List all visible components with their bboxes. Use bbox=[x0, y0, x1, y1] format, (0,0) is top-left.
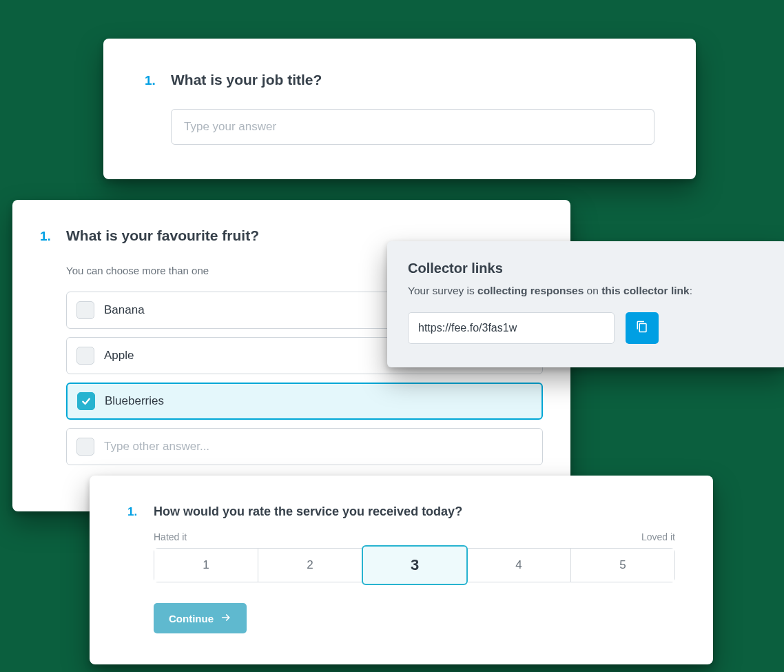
rating-cell[interactable]: 5 bbox=[571, 549, 674, 582]
copy-icon bbox=[636, 320, 648, 335]
choice-label: Blueberries bbox=[105, 394, 164, 408]
collector-subtitle: Your survey is collecting responses on t… bbox=[408, 283, 766, 298]
rating-cell[interactable]: 4 bbox=[467, 549, 571, 582]
scale-low-label: Hated it bbox=[154, 531, 187, 542]
collector-url-box[interactable]: https://fee.fo/3fas1w bbox=[408, 312, 615, 344]
checkbox-icon bbox=[76, 438, 94, 456]
choice-label: Apple bbox=[104, 349, 134, 363]
rating-cell[interactable]: 2 bbox=[258, 549, 362, 582]
question-text: How would you rate the service you recei… bbox=[154, 505, 462, 519]
rating-cell[interactable]: 1 bbox=[154, 549, 258, 582]
question-header: 1. How would you rate the service you re… bbox=[127, 505, 675, 519]
collector-sub-strong: collecting responses bbox=[477, 285, 584, 296]
question-text: What is your job title? bbox=[171, 72, 322, 88]
question-number: 1. bbox=[127, 505, 147, 519]
choice-label: Banana bbox=[104, 303, 145, 317]
scale-high-label: Loved it bbox=[641, 531, 675, 542]
question-card-rating: 1. How would you rate the service you re… bbox=[90, 476, 713, 664]
collector-sub-part: : bbox=[690, 285, 692, 296]
question-number: 1. bbox=[145, 73, 164, 88]
checkbox-icon bbox=[76, 347, 94, 365]
checkbox-icon bbox=[76, 301, 94, 319]
checkbox-checked-icon bbox=[77, 392, 95, 410]
continue-label: Continue bbox=[169, 613, 214, 624]
rating-scale: 1 2 3 4 5 bbox=[154, 548, 675, 582]
collector-sub-part: Your survey is bbox=[408, 285, 477, 296]
collector-sub-strong: this collector link bbox=[601, 285, 689, 296]
question-number: 1. bbox=[40, 229, 59, 244]
question-card-jobtitle: 1. What is your job title? bbox=[103, 39, 696, 179]
collector-title: Collector links bbox=[408, 261, 766, 276]
choice-option[interactable]: Blueberries bbox=[66, 383, 543, 420]
question-header: 1. What is your job title? bbox=[145, 72, 654, 88]
arrow-right-icon bbox=[220, 612, 231, 625]
collector-sub-part: on bbox=[584, 285, 601, 296]
copy-button[interactable] bbox=[626, 312, 659, 344]
collector-url: https://fee.fo/3fas1w bbox=[418, 322, 517, 334]
scale-anchor-labels: Hated it Loved it bbox=[154, 531, 675, 542]
choice-other[interactable]: Type other answer... bbox=[66, 428, 543, 465]
answer-text-input[interactable] bbox=[171, 109, 654, 145]
collector-links-panel: Collector links Your survey is collectin… bbox=[387, 241, 784, 367]
choice-other-placeholder: Type other answer... bbox=[104, 440, 209, 454]
question-text: What is your favourite fruit? bbox=[66, 227, 259, 244]
continue-button[interactable]: Continue bbox=[154, 603, 247, 633]
rating-cell[interactable]: 3 bbox=[362, 545, 468, 585]
